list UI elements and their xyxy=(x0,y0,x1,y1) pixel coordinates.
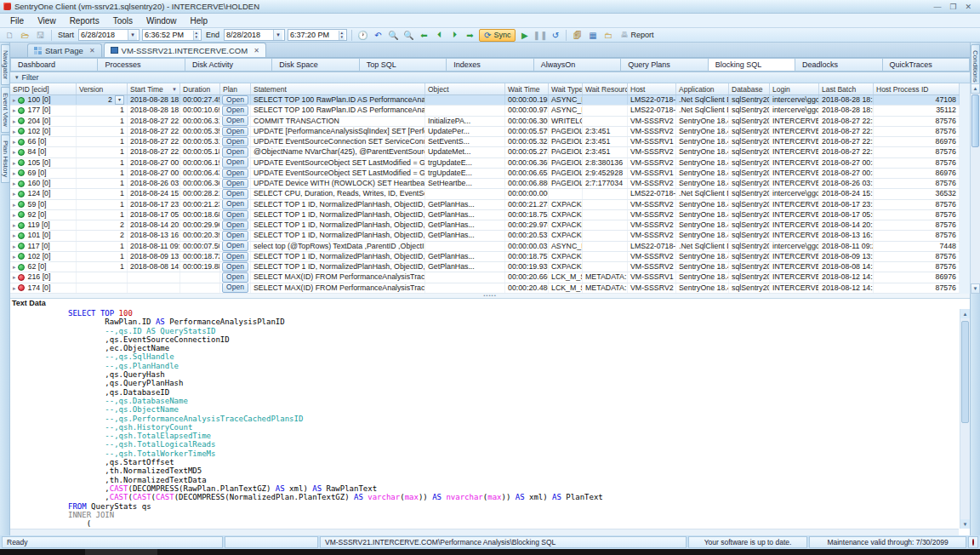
column-header-host_process_id[interactable]: Host Process ID xyxy=(874,83,960,94)
column-header-login[interactable]: Login xyxy=(770,83,819,94)
undo-arrow-icon[interactable]: ↶ xyxy=(372,29,385,41)
close-button[interactable]: ✕ xyxy=(965,3,971,11)
report-button[interactable]: 🖶 Report xyxy=(617,31,657,39)
tab-alwayson[interactable]: AlwaysOn xyxy=(534,58,621,72)
open-plan-button[interactable]: Open xyxy=(222,210,248,220)
side-tab-conditions[interactable]: Conditions xyxy=(971,44,980,89)
scroll-up-icon[interactable]: ▲ xyxy=(960,309,970,318)
row-expander-icon[interactable]: ▸ xyxy=(13,117,16,126)
open-plan-button[interactable]: Open xyxy=(222,147,248,157)
zoom-out-icon[interactable]: 🔍 xyxy=(402,29,415,41)
grid-view-icon[interactable]: ▦ xyxy=(586,29,599,41)
column-header-plan[interactable]: Plan xyxy=(220,83,251,94)
column-header-wait_resource[interactable]: Wait Resource xyxy=(583,83,628,94)
table-row[interactable]: ▸174 [0]OpenSELECT MAX(ID) FROM Performa… xyxy=(10,283,960,294)
tab-dashboard[interactable]: Dashboard xyxy=(10,58,98,72)
column-header-last_batch[interactable]: Last Batch xyxy=(819,83,874,94)
menu-help[interactable]: Help xyxy=(184,15,215,26)
row-expander-icon[interactable]: ▸ xyxy=(13,200,16,209)
filter-bar[interactable]: ▾ Filter xyxy=(10,72,970,83)
menu-view[interactable]: View xyxy=(31,15,63,26)
open-plan-button[interactable]: Open xyxy=(222,158,248,168)
open-plan-button[interactable]: Open xyxy=(222,200,248,209)
start-time-spinner[interactable]: ▴▾ xyxy=(193,31,200,40)
tab-disk-activity[interactable]: Disk Activity xyxy=(185,58,272,72)
end-time-spinner[interactable]: ▴▾ xyxy=(339,31,345,40)
row-expander-icon[interactable]: ▸ xyxy=(13,106,16,115)
open-plan-button[interactable]: Open xyxy=(222,189,248,198)
close-icon[interactable]: ✕ xyxy=(89,47,95,54)
side-tab-navigator[interactable]: Navigator xyxy=(1,44,10,85)
side-tab-plan-history[interactable]: Plan History xyxy=(1,134,10,183)
table-row[interactable]: ▸62 [0]12018-08-08 14:40:3200:00:19.883O… xyxy=(10,262,960,272)
table-row[interactable]: ▸216 [0]OpenSELECT MAX(ID) FROM Performa… xyxy=(10,272,960,283)
end-date-field[interactable]: 8/28/2018 ▾ xyxy=(224,29,285,41)
column-header-wait_time[interactable]: Wait Time xyxy=(505,83,549,94)
start-date-field[interactable]: 6/28/2018 ▾ xyxy=(78,29,140,41)
row-expander-icon[interactable]: ▸ xyxy=(13,169,16,178)
open-plan-button[interactable]: Open xyxy=(222,95,248,105)
open-plan-button[interactable]: Open xyxy=(222,127,248,136)
close-icon[interactable]: ✕ xyxy=(254,47,259,54)
table-row[interactable]: ▸204 [0]12018-08-27 22:58:5000:00:06.317… xyxy=(10,117,960,127)
open-plan-button[interactable]: Open xyxy=(222,169,248,178)
scroll-thumb[interactable] xyxy=(971,94,979,147)
row-expander-icon[interactable]: ▸ xyxy=(13,242,16,251)
table-row[interactable]: ▸177 [0]12018-08-28 18:06:3000:00:10.690… xyxy=(10,106,960,116)
text-data-hscrollbar[interactable] xyxy=(10,529,959,535)
text-data-scrollbar[interactable]: ▲ ▼ xyxy=(960,309,970,529)
end-date-dropdown-icon[interactable]: ▾ xyxy=(273,30,282,40)
pause-icon[interactable]: ❚❚ xyxy=(533,29,546,41)
row-expander-icon[interactable]: ▸ xyxy=(13,231,16,240)
table-row[interactable]: ▸102 [0]12018-08-27 22:50:4900:00:05.350… xyxy=(10,127,960,137)
play-icon[interactable]: ▶ xyxy=(518,29,531,41)
column-header-database[interactable]: Database xyxy=(729,83,770,94)
tab-quicktraces[interactable]: QuickTraces xyxy=(883,58,970,72)
new-document-icon[interactable]: 🗋 xyxy=(3,29,16,41)
row-expander-icon[interactable]: ▸ xyxy=(13,127,16,136)
tab-disk-space[interactable]: Disk Space xyxy=(272,58,359,72)
row-expander-icon[interactable]: ▸ xyxy=(13,137,16,146)
column-header-application[interactable]: Application xyxy=(676,83,729,94)
table-row[interactable]: ▸69 [0]12018-08-27 00:44:1400:00:06.430O… xyxy=(10,169,960,179)
row-expander-icon[interactable]: ▸ xyxy=(13,189,16,198)
doc-tab-server[interactable]: VM-SSSRV21.INTERCERVE.COM✕ xyxy=(104,43,266,57)
row-expander-icon[interactable]: ▸ xyxy=(13,147,16,157)
scroll-down-icon[interactable]: ▼ xyxy=(960,519,970,529)
column-header-start_time[interactable]: Start Time▼ xyxy=(128,83,180,94)
sql-text-viewer[interactable]: SELECT TOP 100 RawPlan.ID AS Performance… xyxy=(10,309,959,529)
nav-first-icon[interactable]: ⬅ xyxy=(418,29,430,41)
export-icon[interactable]: 🗀 xyxy=(601,29,614,41)
menu-reports[interactable]: Reports xyxy=(63,15,106,26)
row-expander-icon[interactable]: ▸ xyxy=(13,272,16,282)
table-row[interactable]: ▸124 [0]12018-08-24 15:19:3700:00:28.210… xyxy=(10,189,960,199)
row-expander-icon[interactable]: ▸ xyxy=(13,158,16,168)
column-header-wait_type[interactable]: Wait Type xyxy=(549,83,583,94)
column-header-duration[interactable]: Duration xyxy=(180,83,220,94)
zoom-in-icon[interactable]: 🔍 xyxy=(387,29,400,41)
open-plan-button[interactable]: Open xyxy=(222,106,248,115)
start-date-dropdown-icon[interactable]: ▾ xyxy=(128,30,137,40)
open-plan-button[interactable]: Open xyxy=(222,242,248,251)
open-plan-button[interactable]: Open xyxy=(222,283,248,293)
trace-icon[interactable]: 🗐 xyxy=(571,29,584,41)
scroll-down-icon[interactable]: ▼ xyxy=(971,283,980,294)
version-dropdown-icon[interactable]: ▾ xyxy=(115,95,124,105)
row-expander-icon[interactable]: ▸ xyxy=(13,210,16,220)
open-plan-button[interactable]: Open xyxy=(222,252,248,261)
table-row[interactable]: ▸100 [0]2▾2018-08-28 18:36:5200:00:27.45… xyxy=(10,95,960,106)
row-expander-icon[interactable]: ▸ xyxy=(13,179,16,188)
menu-file[interactable]: File xyxy=(3,15,31,26)
minimize-button[interactable]: — xyxy=(933,3,941,11)
save-icon[interactable]: 🖫 xyxy=(34,29,47,41)
table-row[interactable]: ▸59 [0]12018-08-17 23:39:1300:00:21.233O… xyxy=(10,200,960,210)
table-row[interactable]: ▸84 [0]12018-08-27 22:50:4900:00:05.187O… xyxy=(10,147,960,157)
tab-processes[interactable]: Processes xyxy=(98,58,185,72)
doc-tab-start-page[interactable]: Start Page✕ xyxy=(27,43,102,57)
nav-back-icon[interactable]: ⏴ xyxy=(433,29,446,41)
table-row[interactable]: ▸105 [0]12018-08-27 00:44:1400:00:06.190… xyxy=(10,158,960,169)
reset-icon[interactable]: ↺ xyxy=(549,29,561,41)
table-row[interactable]: ▸160 [0]12018-08-26 03:10:2500:00:06.367… xyxy=(10,179,960,189)
column-header-version[interactable]: Version xyxy=(77,83,128,94)
history-clock-icon[interactable]: 🕐 xyxy=(356,29,369,41)
